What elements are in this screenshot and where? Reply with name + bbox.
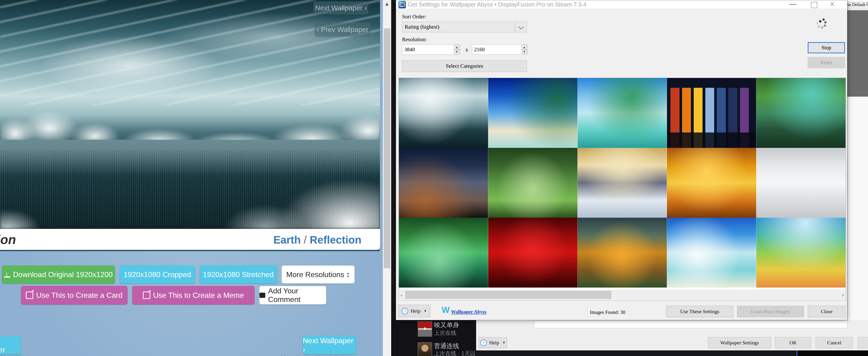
wallpaper-thumbnail-beach-hammock-palm[interactable] bbox=[667, 218, 756, 288]
wallpaper-preview-image[interactable]: Next Wallpaper › ‹ Prev Wallpaper bbox=[0, 0, 380, 229]
resolution-width-input[interactable]: 3840 ▲▼ bbox=[402, 44, 460, 55]
ok-button[interactable]: OK bbox=[775, 337, 811, 348]
wallpaper-thumbnail-palm-over-lagoon[interactable] bbox=[578, 78, 667, 148]
wallpaper-thumbnail-colorful-clouds-sky[interactable] bbox=[756, 218, 846, 288]
next-wallpaper-button[interactable]: Next Wallpaper › bbox=[303, 336, 356, 354]
partial-button[interactable] bbox=[858, 337, 868, 348]
stretched-resolution-button[interactable]: 1920x1080 Stretched bbox=[200, 265, 277, 284]
footer-tagline-partial: You Gotta Have Art bbox=[0, 354, 52, 356]
next-wallpaper-overlay-button[interactable]: Next Wallpaper › bbox=[313, 1, 368, 14]
thumbnail-grid bbox=[399, 78, 846, 288]
select-categories-button[interactable]: Select Categories bbox=[402, 60, 527, 72]
taskbar-strip bbox=[476, 350, 868, 356]
dialog-titlebar[interactable]: Get Settings for Wallpaper Abyss • Displ… bbox=[396, 0, 847, 9]
spinner-buttons[interactable]: ▲▼ bbox=[522, 45, 527, 54]
taskbar-segment bbox=[476, 350, 796, 356]
thumbnail-scrollbar-track[interactable]: ‹ › bbox=[399, 290, 845, 300]
wallpaper-thumbnail-red-rose-macro[interactable] bbox=[488, 218, 578, 288]
breadcrumb: Earth / Reflection bbox=[273, 234, 362, 246]
spin-down-icon[interactable]: ▼ bbox=[454, 50, 460, 54]
wallpaper-thumbnail-tropical-island-beach[interactable] bbox=[488, 78, 578, 148]
subcategory-link-reflection[interactable]: Reflection bbox=[310, 234, 362, 246]
prev-wallpaper-overlay-button[interactable]: ‹ Prev Wallpaper bbox=[315, 22, 370, 37]
close-icon[interactable]: × bbox=[830, 0, 835, 9]
resolution-height-value: 2160 bbox=[474, 47, 485, 53]
cancel-button[interactable]: Cancel bbox=[816, 337, 853, 348]
create-meme-button[interactable]: Use This to Create a Meme bbox=[132, 286, 255, 304]
spin-up-icon[interactable]: ▲ bbox=[522, 45, 527, 50]
add-comment-button[interactable]: Add Your Comment bbox=[259, 286, 326, 304]
create-card-button[interactable]: Use This to Create a Card bbox=[21, 286, 127, 304]
right-sliver-light-panel bbox=[847, 97, 868, 320]
wallpaper-thumbnail-night-mountain-glow[interactable] bbox=[399, 148, 488, 218]
taskbar-accent-line bbox=[796, 350, 798, 356]
wallpaper-thumbnail-sunset-panels-collage[interactable] bbox=[667, 78, 756, 148]
more-resolutions-button[interactable]: More Resolutions ↕ bbox=[282, 265, 354, 284]
displayfusion-app-icon bbox=[398, 1, 406, 8]
chevron-down-icon: ▼ bbox=[502, 341, 505, 345]
dialog-help-button[interactable]: ? Help ▼ bbox=[398, 305, 430, 317]
wallpaper-thumbnail-snowy-forest-sunset[interactable] bbox=[578, 148, 667, 218]
resolution-label: Resolution: bbox=[402, 36, 427, 42]
edit-icon bbox=[143, 292, 150, 299]
wallpaper-thumbnail-autumn-leaves-glow[interactable] bbox=[667, 148, 756, 218]
spin-up-icon[interactable]: ▲ bbox=[454, 45, 460, 50]
sort-order-value: Rating (highest) bbox=[405, 24, 439, 30]
right-sliver-band bbox=[847, 7, 868, 10]
friend-status: 上次在线 · 1天以前 bbox=[434, 350, 476, 356]
background-window-right-sliver: se Default Opt bbox=[847, 0, 868, 320]
use-these-settings-button[interactable]: Use These Settings bbox=[666, 306, 733, 317]
thumbnail-scrollbar-thumb[interactable] bbox=[405, 291, 611, 299]
loading-spinner-icon bbox=[819, 20, 822, 23]
spinner-buttons[interactable]: ▲▼ bbox=[454, 45, 460, 54]
close-button[interactable]: Close bbox=[808, 306, 845, 317]
hero-clouds-layer bbox=[0, 0, 380, 105]
help-label: Help bbox=[489, 340, 499, 346]
steam-window-edge bbox=[391, 0, 396, 356]
get-settings-dialog: Get Settings for Wallpaper Abyss • Displ… bbox=[396, 0, 847, 320]
background-help-button[interactable]: ? Help ▼ bbox=[479, 337, 507, 348]
footer-tagline-partial: You Gotta Have Art bbox=[280, 354, 357, 356]
maximize-icon[interactable] bbox=[811, 2, 817, 8]
scroll-right-arrow-icon[interactable]: › bbox=[842, 292, 844, 298]
chevron-down-icon: ▼ bbox=[424, 309, 427, 313]
wallpaper-abyss-link[interactable]: Wallpaper Abyss bbox=[451, 309, 486, 315]
wallpaper-thumbnail-jungle-waterfall-emerald[interactable] bbox=[399, 218, 488, 288]
help-question-icon: ? bbox=[402, 308, 408, 314]
stop-button[interactable]: Stop bbox=[808, 42, 845, 53]
background-settings-dialog-bottom: ? Help ▼ Wallpaper Settings OK Cancel bbox=[476, 320, 868, 350]
friend-avatar[interactable] bbox=[418, 321, 432, 337]
wallpaper-thumbnail-winter-lake-reflection[interactable] bbox=[399, 78, 488, 148]
use-default-options-button-partial[interactable]: se Default Opt bbox=[847, 2, 868, 8]
wallpaper-thumbnail-forest-lakes-waterfalls[interactable] bbox=[756, 78, 846, 148]
hero-frost-bush-layer bbox=[0, 154, 380, 229]
category-link-earth[interactable]: Earth bbox=[273, 234, 301, 246]
chevron-down-icon bbox=[519, 24, 524, 30]
right-sliver-top bbox=[847, 0, 868, 2]
minimize-icon[interactable] bbox=[789, 4, 796, 5]
resolution-height-input[interactable]: 2160 ▲▼ bbox=[472, 44, 528, 55]
wallpaper-thumbnail-oak-tree-avenue[interactable] bbox=[488, 148, 578, 218]
page-scrollbar-thumb[interactable] bbox=[384, 28, 390, 268]
wallpaper-thumbnail-frost-covered-tree[interactable] bbox=[756, 148, 846, 218]
friend-status: 上次在线 bbox=[434, 329, 456, 337]
friend-avatar[interactable] bbox=[418, 342, 432, 356]
sort-order-dropdown[interactable]: Rating (highest) bbox=[402, 22, 527, 32]
wallpaper-thumbnail-dramatic-sunset-clouds[interactable] bbox=[578, 218, 667, 288]
card-underline bbox=[0, 250, 380, 251]
scroll-left-arrow-icon[interactable]: ‹ bbox=[401, 292, 403, 298]
download-original-button[interactable]: Download Original 1920x1200 bbox=[2, 265, 115, 284]
resolution-x-separator: x bbox=[465, 47, 468, 53]
help-label: Help bbox=[410, 308, 421, 314]
wallpaper-settings-button[interactable]: Wallpaper Settings bbox=[708, 337, 771, 348]
steam-friends-panel: 唉又单身 上次在线 普通连线 上次在线 · 1天以前 bbox=[391, 320, 476, 356]
friend-name[interactable]: 普通连线 bbox=[434, 342, 459, 350]
cropped-resolution-button[interactable]: 1920x1080 Cropped bbox=[120, 265, 195, 284]
friend-name[interactable]: 唉又单身 bbox=[434, 321, 459, 329]
wallpaper-abyss-logo: W bbox=[442, 305, 450, 315]
scrollbar-up-arrow-icon[interactable]: ▲ bbox=[384, 1, 390, 7]
spin-down-icon[interactable]: ▼ bbox=[522, 50, 527, 54]
breadcrumb-separator: / bbox=[304, 234, 307, 246]
prev-wallpaper-button[interactable]: ‹ Prev Wallpaper bbox=[0, 336, 21, 355]
create-card-label: Use This to Create a Card bbox=[36, 291, 122, 300]
